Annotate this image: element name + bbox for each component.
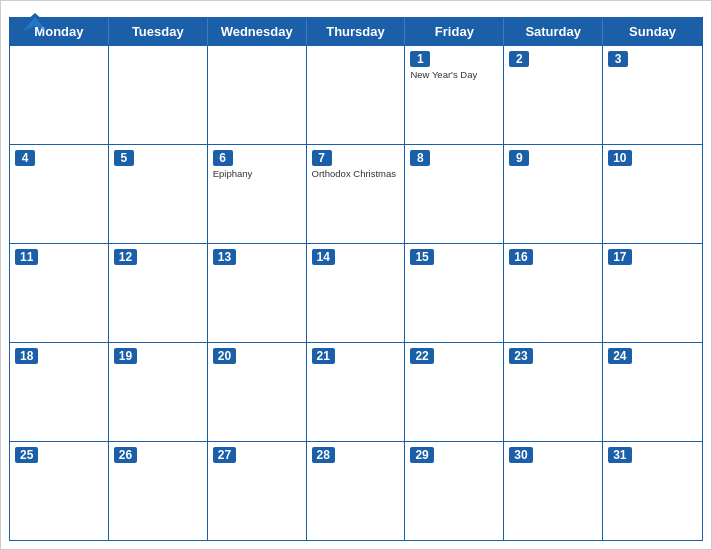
- day-number: 31: [608, 447, 631, 463]
- day-number: 23: [509, 348, 532, 364]
- day-number: 1: [410, 51, 430, 67]
- day-cell: 23: [504, 343, 603, 441]
- day-number: 25: [15, 447, 38, 463]
- week-row-1: 1New Year's Day23: [10, 45, 702, 144]
- day-cell: 19: [109, 343, 208, 441]
- day-cell: [208, 46, 307, 144]
- day-cell: 24: [603, 343, 702, 441]
- logo-icon: [17, 9, 53, 37]
- day-header-saturday: Saturday: [504, 18, 603, 45]
- day-number: 24: [608, 348, 631, 364]
- day-cell: 14: [307, 244, 406, 342]
- day-cell: 27: [208, 442, 307, 540]
- week-row-5: 25262728293031: [10, 441, 702, 540]
- day-cell: 10: [603, 145, 702, 243]
- day-number: 19: [114, 348, 137, 364]
- day-number: 5: [114, 150, 134, 166]
- calendar-grid: MondayTuesdayWednesdayThursdayFridaySatu…: [9, 17, 703, 541]
- holiday-label: Epiphany: [213, 168, 301, 179]
- day-cell: [109, 46, 208, 144]
- day-cell: 31: [603, 442, 702, 540]
- day-cell: 8: [405, 145, 504, 243]
- day-number: 17: [608, 249, 631, 265]
- week-row-2: 456Epiphany7Orthodox Christmas8910: [10, 144, 702, 243]
- day-cell: 1New Year's Day: [405, 46, 504, 144]
- day-number: 10: [608, 150, 631, 166]
- day-cell: 29: [405, 442, 504, 540]
- day-cell: 9: [504, 145, 603, 243]
- day-number: 22: [410, 348, 433, 364]
- day-number: 27: [213, 447, 236, 463]
- day-number: 29: [410, 447, 433, 463]
- day-number: 15: [410, 249, 433, 265]
- day-number: 8: [410, 150, 430, 166]
- day-number: 20: [213, 348, 236, 364]
- day-number: 13: [213, 249, 236, 265]
- week-row-3: 11121314151617: [10, 243, 702, 342]
- day-header-tuesday: Tuesday: [109, 18, 208, 45]
- day-number: 6: [213, 150, 233, 166]
- day-number: 16: [509, 249, 532, 265]
- day-cell: 7Orthodox Christmas: [307, 145, 406, 243]
- day-headers-row: MondayTuesdayWednesdayThursdayFridaySatu…: [10, 18, 702, 45]
- calendar-page: MondayTuesdayWednesdayThursdayFridaySatu…: [0, 0, 712, 550]
- day-cell: 2: [504, 46, 603, 144]
- day-number: 7: [312, 150, 332, 166]
- day-cell: 22: [405, 343, 504, 441]
- logo: [17, 9, 53, 37]
- day-number: 21: [312, 348, 335, 364]
- day-header-sunday: Sunday: [603, 18, 702, 45]
- holiday-label: Orthodox Christmas: [312, 168, 400, 179]
- day-cell: 26: [109, 442, 208, 540]
- day-cell: 11: [10, 244, 109, 342]
- day-cell: 6Epiphany: [208, 145, 307, 243]
- day-number: 18: [15, 348, 38, 364]
- day-number: 14: [312, 249, 335, 265]
- day-number: 12: [114, 249, 137, 265]
- day-cell: 12: [109, 244, 208, 342]
- day-cell: 13: [208, 244, 307, 342]
- day-cell: 28: [307, 442, 406, 540]
- day-number: 9: [509, 150, 529, 166]
- day-cell: 5: [109, 145, 208, 243]
- day-number: 11: [15, 249, 38, 265]
- day-header-thursday: Thursday: [307, 18, 406, 45]
- day-header-wednesday: Wednesday: [208, 18, 307, 45]
- day-cell: 30: [504, 442, 603, 540]
- day-number: 26: [114, 447, 137, 463]
- day-cell: 3: [603, 46, 702, 144]
- day-cell: 18: [10, 343, 109, 441]
- day-number: 30: [509, 447, 532, 463]
- day-cell: 16: [504, 244, 603, 342]
- day-number: 3: [608, 51, 628, 67]
- day-number: 2: [509, 51, 529, 67]
- day-cell: [10, 46, 109, 144]
- calendar-header: [1, 1, 711, 17]
- day-number: 28: [312, 447, 335, 463]
- weeks-container: 1New Year's Day23456Epiphany7Orthodox Ch…: [10, 45, 702, 540]
- day-cell: 20: [208, 343, 307, 441]
- day-header-friday: Friday: [405, 18, 504, 45]
- day-cell: 4: [10, 145, 109, 243]
- day-number: 4: [15, 150, 35, 166]
- day-cell: 15: [405, 244, 504, 342]
- day-cell: 17: [603, 244, 702, 342]
- holiday-label: New Year's Day: [410, 69, 498, 80]
- day-cell: 21: [307, 343, 406, 441]
- day-cell: [307, 46, 406, 144]
- day-cell: 25: [10, 442, 109, 540]
- week-row-4: 18192021222324: [10, 342, 702, 441]
